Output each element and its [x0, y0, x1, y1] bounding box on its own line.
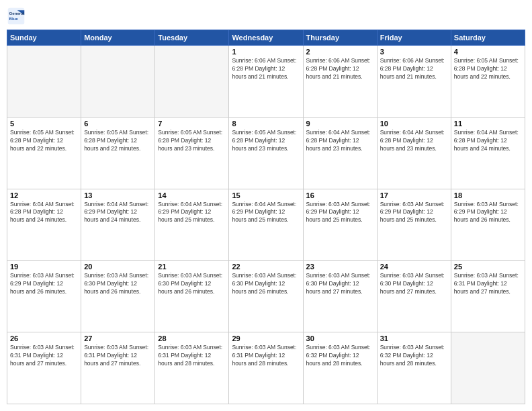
day-number: 24 — [380, 263, 448, 271]
week-row-2: 5Sunrise: 6:05 AM Sunset: 6:28 PM Daylig… — [7, 117, 525, 189]
day-number: 22 — [232, 263, 300, 271]
day-number: 17 — [380, 191, 448, 199]
day-info: Sunrise: 6:03 AM Sunset: 6:31 PM Dayligh… — [84, 344, 152, 368]
day-info: Sunrise: 6:04 AM Sunset: 6:29 PM Dayligh… — [84, 201, 152, 225]
day-info: Sunrise: 6:03 AM Sunset: 6:29 PM Dayligh… — [10, 272, 78, 296]
calendar-cell: 28Sunrise: 6:03 AM Sunset: 6:31 PM Dayli… — [155, 332, 229, 404]
calendar-cell: 2Sunrise: 6:06 AM Sunset: 6:28 PM Daylig… — [303, 46, 377, 118]
day-number: 4 — [454, 48, 522, 56]
calendar-cell: 3Sunrise: 6:06 AM Sunset: 6:28 PM Daylig… — [377, 46, 451, 118]
day-number: 3 — [380, 48, 448, 56]
day-info: Sunrise: 6:03 AM Sunset: 6:31 PM Dayligh… — [10, 344, 78, 368]
svg-text:General: General — [9, 11, 25, 15]
day-info: Sunrise: 6:03 AM Sunset: 6:29 PM Dayligh… — [306, 201, 374, 225]
calendar-cell: 27Sunrise: 6:03 AM Sunset: 6:31 PM Dayli… — [81, 332, 155, 404]
calendar-cell: 9Sunrise: 6:04 AM Sunset: 6:28 PM Daylig… — [303, 117, 377, 189]
week-row-4: 19Sunrise: 6:03 AM Sunset: 6:29 PM Dayli… — [7, 261, 525, 332]
day-number: 7 — [158, 120, 226, 128]
day-number: 6 — [84, 120, 152, 128]
day-info: Sunrise: 6:03 AM Sunset: 6:30 PM Dayligh… — [232, 272, 300, 296]
day-number: 27 — [84, 334, 152, 342]
day-number: 15 — [232, 191, 300, 199]
day-number: 10 — [380, 120, 448, 128]
day-info: Sunrise: 6:03 AM Sunset: 6:31 PM Dayligh… — [454, 272, 522, 296]
day-info: Sunrise: 6:05 AM Sunset: 6:28 PM Dayligh… — [10, 129, 78, 153]
day-number: 29 — [232, 334, 300, 342]
day-number: 9 — [306, 120, 374, 128]
day-info: Sunrise: 6:05 AM Sunset: 6:28 PM Dayligh… — [84, 129, 152, 153]
weekday-header-tuesday: Tuesday — [155, 30, 229, 46]
calendar-cell: 23Sunrise: 6:03 AM Sunset: 6:30 PM Dayli… — [303, 261, 377, 332]
calendar-cell: 10Sunrise: 6:04 AM Sunset: 6:28 PM Dayli… — [377, 117, 451, 189]
calendar-cell — [81, 46, 155, 118]
calendar-cell: 30Sunrise: 6:03 AM Sunset: 6:32 PM Dayli… — [303, 332, 377, 404]
calendar-cell — [451, 332, 525, 404]
calendar-cell: 31Sunrise: 6:03 AM Sunset: 6:32 PM Dayli… — [377, 332, 451, 404]
day-info: Sunrise: 6:03 AM Sunset: 6:32 PM Dayligh… — [306, 344, 374, 368]
day-info: Sunrise: 6:06 AM Sunset: 6:28 PM Dayligh… — [232, 57, 300, 81]
calendar-cell: 14Sunrise: 6:04 AM Sunset: 6:29 PM Dayli… — [155, 189, 229, 261]
day-number: 5 — [10, 120, 78, 128]
day-number: 31 — [380, 334, 448, 342]
day-info: Sunrise: 6:03 AM Sunset: 6:30 PM Dayligh… — [84, 272, 152, 296]
logo: General Blue — [7, 7, 28, 26]
calendar-cell: 13Sunrise: 6:04 AM Sunset: 6:29 PM Dayli… — [81, 189, 155, 261]
svg-text:Blue: Blue — [9, 16, 19, 21]
day-number: 19 — [10, 263, 78, 271]
day-number: 14 — [158, 191, 226, 199]
day-info: Sunrise: 6:03 AM Sunset: 6:30 PM Dayligh… — [158, 272, 226, 296]
week-row-1: 1Sunrise: 6:06 AM Sunset: 6:28 PM Daylig… — [7, 46, 525, 118]
calendar-table: SundayMondayTuesdayWednesdayThursdayFrid… — [7, 30, 525, 404]
calendar-cell: 24Sunrise: 6:03 AM Sunset: 6:30 PM Dayli… — [377, 261, 451, 332]
day-number: 30 — [306, 334, 374, 342]
day-info: Sunrise: 6:04 AM Sunset: 6:28 PM Dayligh… — [380, 129, 448, 153]
calendar-cell: 12Sunrise: 6:04 AM Sunset: 6:28 PM Dayli… — [7, 189, 81, 261]
weekday-header-monday: Monday — [81, 30, 155, 46]
calendar-cell: 15Sunrise: 6:04 AM Sunset: 6:29 PM Dayli… — [229, 189, 303, 261]
day-info: Sunrise: 6:06 AM Sunset: 6:28 PM Dayligh… — [380, 57, 448, 81]
day-number: 26 — [10, 334, 78, 342]
day-number: 16 — [306, 191, 374, 199]
calendar-cell: 19Sunrise: 6:03 AM Sunset: 6:29 PM Dayli… — [7, 261, 81, 332]
calendar-cell: 17Sunrise: 6:03 AM Sunset: 6:29 PM Dayli… — [377, 189, 451, 261]
calendar-cell: 1Sunrise: 6:06 AM Sunset: 6:28 PM Daylig… — [229, 46, 303, 118]
day-number: 2 — [306, 48, 374, 56]
day-info: Sunrise: 6:04 AM Sunset: 6:28 PM Dayligh… — [10, 201, 78, 225]
calendar-cell: 22Sunrise: 6:03 AM Sunset: 6:30 PM Dayli… — [229, 261, 303, 332]
day-info: Sunrise: 6:03 AM Sunset: 6:32 PM Dayligh… — [380, 344, 448, 368]
weekday-header-friday: Friday — [377, 30, 451, 46]
logo-icon: General Blue — [7, 7, 26, 26]
weekday-header-saturday: Saturday — [451, 30, 525, 46]
calendar-cell: 4Sunrise: 6:05 AM Sunset: 6:28 PM Daylig… — [451, 46, 525, 118]
calendar-cell: 21Sunrise: 6:03 AM Sunset: 6:30 PM Dayli… — [155, 261, 229, 332]
week-row-5: 26Sunrise: 6:03 AM Sunset: 6:31 PM Dayli… — [7, 332, 525, 404]
day-info: Sunrise: 6:03 AM Sunset: 6:30 PM Dayligh… — [306, 272, 374, 296]
day-number: 8 — [232, 120, 300, 128]
day-number: 18 — [454, 191, 522, 199]
calendar-cell: 8Sunrise: 6:05 AM Sunset: 6:28 PM Daylig… — [229, 117, 303, 189]
header: General Blue — [7, 7, 525, 26]
day-number: 20 — [84, 263, 152, 271]
day-info: Sunrise: 6:03 AM Sunset: 6:29 PM Dayligh… — [454, 201, 522, 225]
day-info: Sunrise: 6:06 AM Sunset: 6:28 PM Dayligh… — [306, 57, 374, 81]
day-info: Sunrise: 6:05 AM Sunset: 6:28 PM Dayligh… — [454, 57, 522, 81]
day-number: 25 — [454, 263, 522, 271]
calendar-cell: 11Sunrise: 6:04 AM Sunset: 6:28 PM Dayli… — [451, 117, 525, 189]
day-number: 21 — [158, 263, 226, 271]
calendar-cell — [155, 46, 229, 118]
day-number: 12 — [10, 191, 78, 199]
calendar-cell: 5Sunrise: 6:05 AM Sunset: 6:28 PM Daylig… — [7, 117, 81, 189]
weekday-header-row: SundayMondayTuesdayWednesdayThursdayFrid… — [7, 30, 525, 46]
calendar-cell: 6Sunrise: 6:05 AM Sunset: 6:28 PM Daylig… — [81, 117, 155, 189]
week-row-3: 12Sunrise: 6:04 AM Sunset: 6:28 PM Dayli… — [7, 189, 525, 261]
day-info: Sunrise: 6:03 AM Sunset: 6:30 PM Dayligh… — [380, 272, 448, 296]
day-number: 11 — [454, 120, 522, 128]
calendar-cell: 20Sunrise: 6:03 AM Sunset: 6:30 PM Dayli… — [81, 261, 155, 332]
day-info: Sunrise: 6:03 AM Sunset: 6:31 PM Dayligh… — [232, 344, 300, 368]
day-info: Sunrise: 6:04 AM Sunset: 6:29 PM Dayligh… — [232, 201, 300, 225]
weekday-header-sunday: Sunday — [7, 30, 81, 46]
day-info: Sunrise: 6:05 AM Sunset: 6:28 PM Dayligh… — [158, 129, 226, 153]
weekday-header-wednesday: Wednesday — [229, 30, 303, 46]
calendar-cell: 29Sunrise: 6:03 AM Sunset: 6:31 PM Dayli… — [229, 332, 303, 404]
calendar-cell — [7, 46, 81, 118]
